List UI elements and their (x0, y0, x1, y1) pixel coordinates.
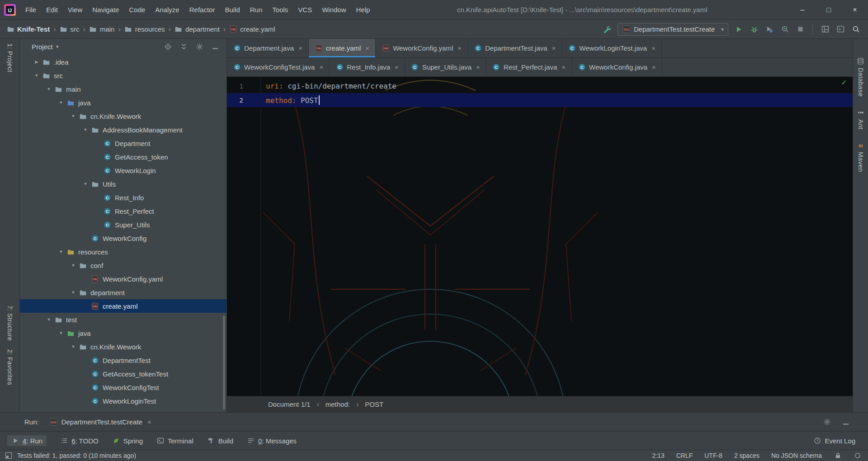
tree-item-utils[interactable]: ▼Utils (20, 177, 226, 191)
tab-close-icon[interactable]: × (319, 63, 323, 71)
collapse-all-icon[interactable] (179, 42, 188, 51)
tree-item-weworkconfig[interactable]: CWeworkConfig (20, 231, 226, 245)
tree-item-test[interactable]: ▼test (20, 313, 226, 326)
toolwindow-toggle-icon[interactable] (5, 452, 13, 460)
status-message[interactable]: Tests failed: 1, passed: 0 (10 minutes a… (17, 452, 136, 459)
editor-tab-weworkconfig-java[interactable]: CWeworkConfig.java× (572, 58, 662, 76)
code-editor[interactable]: 1uri: cgi-bin/department/create2method: … (227, 77, 853, 396)
menu-vcs[interactable]: VCS (293, 0, 317, 20)
tree-item-weworklogin[interactable]: CWeworkLogin (20, 164, 226, 177)
tree-item-weworkconfig-yaml[interactable]: YMLWeworkConfig.yaml (20, 272, 226, 286)
tree-collapse-icon[interactable]: ▼ (32, 73, 42, 78)
tree-item-getaccess-token[interactable]: CGetAccess_token (20, 150, 226, 164)
editor-tab-weworkconfig-yaml[interactable]: YMLWeworkConfig.yaml× (376, 39, 468, 57)
hide-toolwindow-icon[interactable] (211, 42, 219, 51)
run-configuration-select[interactable]: NG DepartmentTest.testCreate ▾ (618, 23, 728, 36)
tree-collapse-icon[interactable]: ▼ (44, 87, 54, 91)
tree-collapse-icon[interactable]: ▼ (68, 290, 78, 295)
toolwindow-button-4-run[interactable]: 4: Run (7, 435, 47, 446)
menu-edit[interactable]: Edit (41, 0, 63, 20)
tree-collapse-icon[interactable]: ▼ (80, 182, 90, 186)
tree-item-java[interactable]: ▼java (20, 96, 226, 109)
menu-help[interactable]: Help (351, 0, 375, 20)
toolwindow-button-0-messages[interactable]: 0: Messages (247, 437, 297, 445)
tab-close-icon[interactable]: × (476, 63, 480, 71)
stripe-button-2-favorites[interactable]: 2: Favorites (6, 349, 14, 385)
close-button[interactable]: × (842, 0, 868, 19)
tree-item-rest-info[interactable]: CRest_Info (20, 191, 226, 204)
run-tab[interactable]: NG DepartmentTest.testCreate × (45, 413, 156, 431)
menu-refactor[interactable]: Refactor (184, 0, 220, 20)
inspections-ok-icon[interactable]: ✓ (841, 78, 847, 87)
tree-item-conf[interactable]: ▼conf (20, 259, 226, 272)
project-scrollbar[interactable] (223, 315, 225, 409)
breadcrumb-item-create-yaml[interactable]: YMLcreate.yaml (229, 25, 275, 33)
tree-item-getaccess-tokentest[interactable]: CGetAccess_tokenTest (20, 367, 226, 381)
editor-tab-department-java[interactable]: CDepartment.java× (227, 39, 309, 57)
editor-tab-super-utils-java[interactable]: CSuper_Utils.java× (405, 58, 486, 76)
line-ending[interactable]: CRLF (676, 452, 693, 459)
code-line-1[interactable]: 1uri: cgi-bin/department/create (227, 79, 853, 93)
breadcrumb-item-department[interactable]: department (175, 25, 220, 33)
breadcrumb-item-resources[interactable]: resources (124, 25, 165, 33)
tab-close-icon[interactable]: × (652, 63, 656, 71)
settings-gear-icon[interactable] (195, 42, 203, 51)
stripe-button-1-project[interactable]: 1: Project (6, 43, 14, 72)
breadcrumb-item-knife-test[interactable]: Knife-Test (6, 25, 50, 33)
tree-item-department[interactable]: CDepartment (20, 136, 226, 150)
menu-analyze[interactable]: Analyze (150, 0, 184, 20)
menu-build[interactable]: Build (220, 0, 245, 20)
event-log-button[interactable]: Event Log (813, 437, 855, 445)
editor-tab-weworklogintest-java[interactable]: CWeworkLoginTest.java× (562, 39, 662, 57)
menu-code[interactable]: Code (124, 0, 150, 20)
notifications-icon[interactable] (854, 452, 862, 460)
menu-navigate[interactable]: Navigate (87, 0, 124, 20)
toolwindow-layout-icon[interactable] (820, 24, 830, 34)
editor-breadcrumb-document-1-1[interactable]: Document 1/1 (268, 400, 310, 408)
tree-collapse-icon[interactable]: ▼ (68, 344, 78, 349)
editor-tab-rest-info-java[interactable]: CRest_Info.java× (330, 58, 405, 76)
tab-close-icon[interactable]: × (651, 44, 656, 52)
run-anything-console-icon[interactable] (835, 24, 845, 34)
readonly-lock-icon[interactable] (834, 452, 842, 460)
profiler-button[interactable] (780, 24, 790, 34)
tree-collapse-icon[interactable]: ▼ (56, 331, 66, 335)
toolwindow-button-terminal[interactable]: Terminal (156, 437, 193, 445)
tree-item-main[interactable]: ▼main (20, 82, 226, 96)
tree-item-weworkconfigtest[interactable]: CWeworkConfigTest (20, 381, 226, 394)
stripe-button-maven[interactable]: mMaven (857, 141, 865, 172)
tab-close-icon[interactable]: × (365, 44, 369, 52)
settings-gear-icon[interactable] (823, 418, 831, 426)
tree-item-cn-knife-wework[interactable]: ▼cn.Knife.Wework (20, 340, 226, 353)
tree-item-department[interactable]: ▼department (20, 286, 226, 299)
hide-toolwindow-icon[interactable] (842, 418, 850, 426)
encoding[interactable]: UTF-8 (704, 452, 722, 459)
menu-run[interactable]: Run (245, 0, 268, 20)
run-with-coverage-button[interactable] (764, 24, 774, 34)
menu-tools[interactable]: Tools (267, 0, 293, 20)
tree-item-rest-perfect[interactable]: CRest_Perfect (20, 204, 226, 218)
menu-window[interactable]: Window (317, 0, 351, 20)
caret-position[interactable]: 2:13 (652, 452, 664, 459)
menu-view[interactable]: View (63, 0, 87, 20)
tree-collapse-icon[interactable]: ▼ (68, 114, 78, 118)
tree-item-src[interactable]: ▼src (20, 69, 226, 82)
tab-close-icon[interactable]: × (298, 44, 302, 52)
chevron-down-icon[interactable]: ▾ (56, 43, 59, 50)
stripe-button-database[interactable]: Database (857, 57, 865, 97)
tree-item-departmenttest[interactable]: CDepartmentTest (20, 353, 226, 367)
indent-setting[interactable]: 2 spaces (734, 452, 760, 459)
tree-item-idea[interactable]: ▶.idea (20, 55, 226, 69)
tree-item-create-yaml[interactable]: YMLcreate.yaml (20, 299, 226, 313)
menu-file[interactable]: File (20, 0, 41, 20)
tab-close-icon[interactable]: × (552, 44, 556, 52)
stripe-button-7-structure[interactable]: 7: Structure (6, 306, 14, 341)
toolwindow-button-spring[interactable]: Spring (112, 437, 143, 445)
tree-collapse-icon[interactable]: ▼ (80, 127, 90, 132)
tab-close-icon[interactable]: × (561, 63, 566, 71)
tree-expand-icon[interactable]: ▶ (32, 60, 42, 64)
tree-collapse-icon[interactable]: ▼ (56, 100, 66, 105)
maximize-button[interactable]: □ (816, 0, 842, 19)
editor-breadcrumb-post[interactable]: POST (365, 400, 383, 408)
minimize-button[interactable]: – (789, 0, 816, 19)
